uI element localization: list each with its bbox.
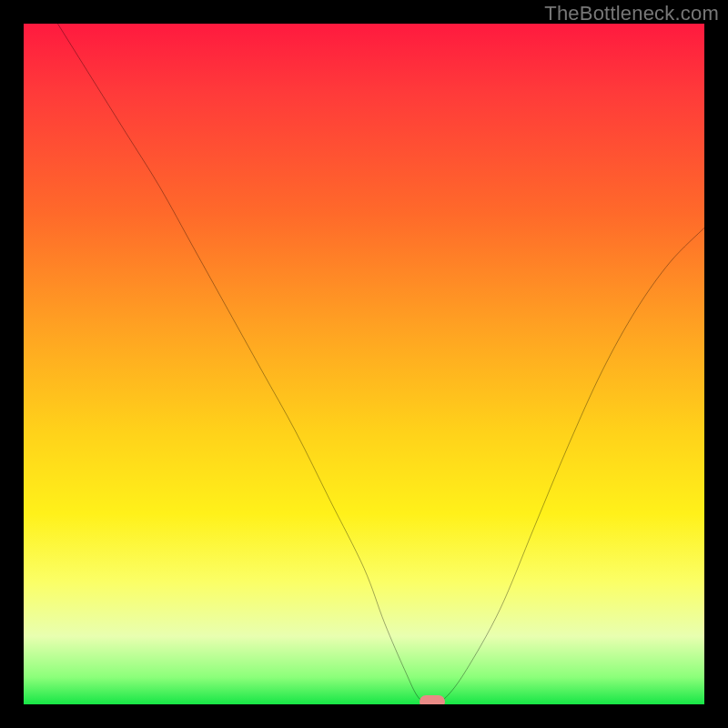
optimal-point-marker — [420, 695, 445, 704]
chart-frame: TheBottleneck.com — [0, 0, 728, 728]
curve-path — [57, 24, 704, 704]
plot-area — [24, 24, 704, 704]
bottleneck-curve — [24, 24, 704, 704]
watermark-text: TheBottleneck.com — [544, 2, 719, 25]
